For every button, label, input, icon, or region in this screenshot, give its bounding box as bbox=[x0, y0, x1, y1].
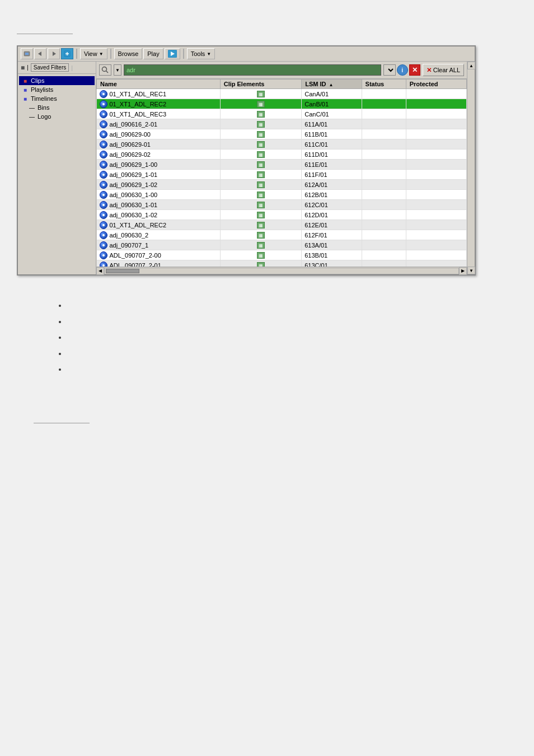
clip-elem-icon-3[interactable]: ▦ bbox=[257, 111, 265, 118]
clip-elem-icon-6[interactable]: ▦ bbox=[257, 141, 265, 148]
view-menu-btn[interactable]: View ▼ bbox=[80, 48, 107, 59]
cell-protected-18 bbox=[406, 260, 466, 267]
cell-status-6 bbox=[362, 139, 406, 150]
nav-item-clips[interactable]: ■ Clips bbox=[19, 76, 95, 85]
clips-icon: ■ bbox=[21, 78, 29, 84]
clip-elem-icon-12[interactable]: ▦ bbox=[257, 202, 265, 208]
table-row[interactable]: 01_XT1_ADL_REC3 ▦CanC/01 bbox=[97, 109, 467, 119]
table-row[interactable]: ADL_090707_2-00 ▦613B/01 bbox=[97, 250, 467, 260]
clip-elem-icon-13[interactable]: ▦ bbox=[257, 212, 265, 218]
table-row[interactable]: adj_090629_1-00 ▦611E/01 bbox=[97, 160, 467, 170]
col-header-clip-elements[interactable]: Clip Elements bbox=[220, 80, 302, 89]
scroll-right-arrow[interactable]: ▶ bbox=[459, 267, 467, 275]
table-row[interactable]: adj_090629-02 ▦611D/01 bbox=[97, 150, 467, 160]
nav-item-playlists[interactable]: ■ Playlists bbox=[19, 85, 95, 94]
table-row[interactable]: adj_090629-01 ▦611C/01 bbox=[97, 139, 467, 150]
clip-elem-icon-14[interactable]: ▦ bbox=[257, 222, 265, 228]
clip-elem-icon-11[interactable]: ▦ bbox=[257, 192, 265, 198]
clip-icon-16 bbox=[100, 241, 107, 249]
clip-elem-icon-1[interactable]: ▦ bbox=[257, 91, 265, 97]
clip-elem-icon-5[interactable]: ▦ bbox=[257, 131, 265, 138]
table-row[interactable]: 01_XT1_ADL_REC2 ▦CanB/01 bbox=[97, 99, 467, 109]
page-wrapper: View ▼ Browse Play Tools ▼ bbox=[0, 0, 534, 756]
nav-item-bins[interactable]: — Bins bbox=[19, 103, 95, 112]
tools-menu-btn[interactable]: Tools ▼ bbox=[187, 48, 216, 59]
clip-elem-icon-9[interactable]: ▦ bbox=[257, 171, 265, 178]
browse-menu-btn[interactable]: Browse bbox=[114, 48, 143, 59]
table-header-row: Name Clip Elements LSM ID ▲ bbox=[97, 80, 467, 89]
table-row[interactable]: adj_090616_2-01 ▦611A/01 bbox=[97, 119, 467, 129]
table-row[interactable]: 01_XT1_ADL_REC1 ▦CanA/01 bbox=[97, 89, 467, 99]
nav-item-timelines[interactable]: ■ Timelines bbox=[19, 94, 95, 103]
table-row[interactable]: adj_090630_2 ▦612F/01 bbox=[97, 230, 467, 240]
toolbar: View ▼ Browse Play Tools ▼ bbox=[18, 46, 475, 62]
col-header-status[interactable]: Status bbox=[362, 80, 406, 89]
search-clear-button[interactable]: ✕ bbox=[409, 64, 420, 76]
table-row[interactable]: adj_090707_1 ▦613A/01 bbox=[97, 240, 467, 250]
table-row[interactable]: adj_090630_1-01 ▦612C/01 bbox=[97, 200, 467, 210]
saved-filters-button[interactable]: Saved Filters bbox=[31, 63, 69, 72]
table-row[interactable]: adj_090629_1-02 ▦612A/01 bbox=[97, 180, 467, 190]
table-body: 01_XT1_ADL_REC1 ▦CanA/01 01_XT1_ADL_REC2… bbox=[97, 89, 467, 267]
clip-elem-icon-16[interactable]: ▦ bbox=[257, 242, 265, 249]
toolbar-icon-1 bbox=[24, 50, 30, 57]
panel-icon2: | bbox=[27, 64, 29, 71]
clip-icon-9 bbox=[100, 171, 107, 179]
bullet-list bbox=[50, 298, 484, 378]
play-icon-btn[interactable] bbox=[165, 48, 180, 59]
clip-elem-icon-17[interactable]: ▦ bbox=[257, 252, 265, 259]
cell-clip-elements-16: ▦ bbox=[220, 240, 302, 250]
clip-icon-4 bbox=[100, 120, 107, 128]
search-field-select[interactable] bbox=[383, 64, 396, 76]
col-header-lsm-id[interactable]: LSM ID ▲ bbox=[302, 80, 362, 89]
table-row[interactable]: adj_090630_1-00 ▦612B/01 bbox=[97, 190, 467, 200]
search-icon-btn[interactable] bbox=[99, 64, 111, 76]
table-row[interactable]: 01_XT1_ADL_REC2 ▦612E/01 bbox=[97, 220, 467, 230]
clip-elem-icon-4[interactable]: ▦ bbox=[257, 121, 265, 128]
toolbar-icon-2 bbox=[37, 50, 44, 57]
clip-elem-icon-8[interactable]: ▦ bbox=[257, 161, 265, 168]
toolbar-btn-3[interactable] bbox=[48, 48, 60, 59]
scroll-up-arrow[interactable]: ▲ bbox=[467, 62, 475, 69]
table-row[interactable]: adj_090629-00 ▦611B/01 bbox=[97, 129, 467, 139]
scroll-left-arrow[interactable]: ◀ bbox=[96, 267, 104, 275]
view-menu-label: View bbox=[84, 50, 97, 57]
play-menu-btn[interactable]: Play bbox=[143, 48, 163, 59]
cell-status-9 bbox=[362, 170, 406, 180]
search-mode-dropdown[interactable]: ▼ bbox=[114, 64, 121, 76]
cell-protected-7 bbox=[406, 150, 466, 160]
clip-name-5: adj_090629-00 bbox=[110, 131, 151, 138]
cell-protected-8 bbox=[406, 160, 466, 170]
col-header-name[interactable]: Name bbox=[97, 80, 221, 89]
cell-protected-12 bbox=[406, 200, 466, 210]
toolbar-btn-1[interactable] bbox=[21, 48, 33, 59]
search-info-button[interactable]: i bbox=[397, 64, 408, 76]
cell-protected-17 bbox=[406, 250, 466, 260]
clip-elem-icon-18[interactable]: ▦ bbox=[257, 262, 265, 267]
clip-icon-7 bbox=[100, 151, 107, 158]
toolbar-btn-4[interactable] bbox=[61, 48, 73, 59]
nav-item-logo[interactable]: — Logo bbox=[19, 112, 95, 121]
cell-name-8: adj_090629_1-00 bbox=[97, 160, 221, 170]
toolbar-btn-2[interactable] bbox=[34, 48, 46, 59]
col-header-protected[interactable]: Protected bbox=[406, 80, 466, 89]
clip-elem-icon-7[interactable]: ▦ bbox=[257, 151, 265, 158]
h-scrollbar-thumb[interactable] bbox=[106, 269, 139, 273]
cell-lsm-id-13: 612D/01 bbox=[302, 210, 362, 220]
cell-protected-1 bbox=[406, 89, 466, 99]
table-row[interactable]: adj_090630_1-02 ▦612D/01 bbox=[97, 210, 467, 220]
scroll-down-arrow[interactable]: ▼ bbox=[467, 267, 475, 274]
tools-menu-chevron: ▼ bbox=[207, 52, 211, 57]
search-input[interactable] bbox=[124, 64, 381, 76]
horizontal-scrollbar[interactable] bbox=[104, 268, 459, 274]
table-row[interactable]: ADL_090707_2-01 ▦613C/01 bbox=[97, 260, 467, 267]
clip-elem-icon-10[interactable]: ▦ bbox=[257, 181, 265, 188]
nav-playlists-label: Playlists bbox=[31, 86, 53, 93]
table-row[interactable]: adj_090629_1-01 ▦611F/01 bbox=[97, 170, 467, 180]
clear-all-button[interactable]: ✕ Clear ALL bbox=[423, 64, 464, 76]
clip-elem-icon-15[interactable]: ▦ bbox=[257, 232, 265, 239]
clip-elem-icon-2[interactable]: ▦ bbox=[257, 101, 265, 108]
clip-name-18: ADL_090707_2-01 bbox=[110, 262, 161, 267]
vscroll-track[interactable] bbox=[467, 69, 475, 267]
cell-name-18: ADL_090707_2-01 bbox=[97, 260, 221, 267]
